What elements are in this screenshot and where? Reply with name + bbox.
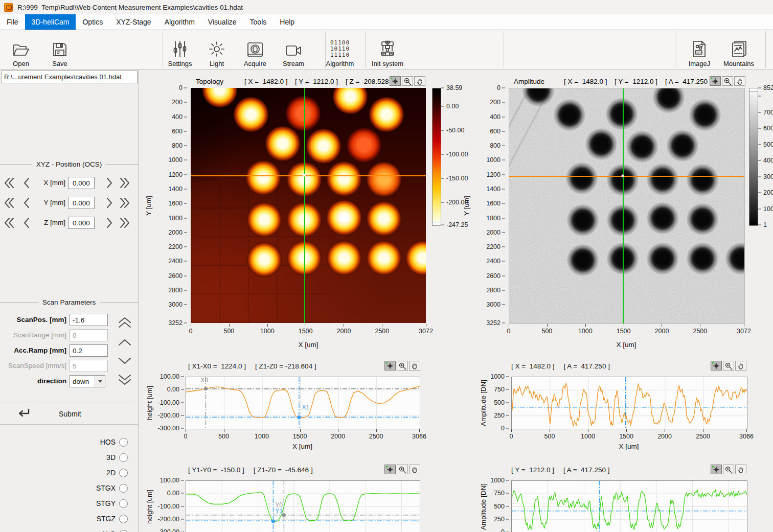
cursor-vertical-line[interactable] [304, 88, 305, 323]
radio-circle-icon[interactable] [119, 499, 128, 508]
zoom-tool-button[interactable] [397, 465, 408, 474]
save-button[interactable]: Save [44, 32, 76, 67]
x-step-far-left-button[interactable] [2, 176, 16, 190]
profile4-plot[interactable] [511, 480, 747, 532]
init-system-button[interactable]: Init system [368, 32, 407, 67]
y-position-input[interactable]: 0.000 [68, 197, 95, 209]
radio-circle-icon[interactable] [119, 438, 128, 447]
mountains-button[interactable]: Mountains [719, 32, 759, 67]
zoom-tool-button[interactable] [723, 361, 734, 371]
x-position-input[interactable]: 0.000 [68, 177, 95, 189]
toolbar: Open Save Settings Light Acquire [0, 30, 773, 70]
radio-3d[interactable]: 3D [0, 452, 128, 463]
scanrange-input[interactable]: 0 [70, 329, 108, 341]
menu-optics[interactable]: Optics [76, 14, 109, 30]
stream-button[interactable]: Stream [278, 32, 309, 67]
chevron-down-icon[interactable] [95, 376, 105, 387]
pan-tool-button[interactable] [735, 361, 746, 371]
pan-tool-button[interactable] [409, 465, 420, 474]
menu-tools[interactable]: Tools [243, 14, 274, 30]
profile2-plot[interactable] [511, 377, 747, 429]
zoom-tool-button[interactable] [722, 76, 733, 86]
open-button[interactable]: Open [5, 32, 37, 67]
pan-tool-button[interactable] [409, 361, 420, 371]
menu-visualize[interactable]: Visualize [201, 14, 243, 30]
y-step-far-left-button[interactable] [2, 196, 16, 210]
pan-tool-button[interactable] [735, 465, 746, 474]
toolbar-separator [163, 31, 163, 68]
menu-file[interactable]: File [0, 14, 25, 30]
submit-button[interactable]: Submit [0, 404, 138, 424]
x-step-far-right-button[interactable] [118, 176, 132, 190]
topology-image[interactable] [191, 88, 426, 323]
x-step-right-button[interactable] [102, 176, 117, 190]
radio-stgy[interactable]: STGY [0, 498, 128, 509]
topology-y-axis: 0200400600800100012001400160018002000220… [151, 88, 187, 323]
scanpos-input[interactable]: -1.6 [70, 314, 108, 326]
profile3-y-axis: 100.000.00-100.00-200.00-300.00 [153, 480, 184, 532]
crosshair-tool-button[interactable] [711, 361, 722, 371]
direction-label: direction [0, 377, 66, 385]
menu-algorithm[interactable]: Algorithm [158, 14, 201, 30]
y-step-left-button[interactable] [19, 196, 34, 210]
accramp-input[interactable]: 0.2 [70, 344, 108, 357]
cursor-horizontal-line[interactable] [191, 175, 426, 176]
radio-circle-icon[interactable] [119, 515, 128, 523]
pan-tool-button[interactable] [734, 76, 745, 86]
crosshair-tool-button[interactable] [711, 465, 722, 474]
path-display-field[interactable]: R:\...urement Examples\cavities 01.hdat [2, 71, 138, 83]
radio-stgz[interactable]: STGZ [0, 513, 128, 524]
profile1-plot[interactable]: X0X1 [186, 377, 420, 429]
z-step-right-button[interactable] [102, 216, 117, 230]
topology-x-readout: [ X = 1482.0 ] [244, 78, 287, 85]
scan-step-down-button[interactable] [116, 354, 134, 368]
z-step-left-button[interactable] [19, 216, 34, 230]
scan-step-top-button[interactable] [116, 316, 134, 330]
imagej-button[interactable]: TIFF ImageJ [684, 32, 715, 67]
z-step-far-right-button[interactable] [118, 216, 132, 230]
amplitude-title: Amplitude [514, 78, 544, 85]
window-title: R:\999_Temp\Rudi\Web Content Measurement… [17, 4, 243, 11]
scan-step-bottom-button[interactable] [116, 372, 134, 386]
zoom-tool-button[interactable] [402, 76, 413, 86]
z-step-far-left-button[interactable] [2, 216, 16, 230]
settings-button[interactable]: Settings [164, 32, 196, 67]
zoom-tool-button[interactable] [397, 361, 408, 371]
radio-circle-icon[interactable] [119, 484, 128, 493]
crosshair-tool-button[interactable] [384, 465, 396, 474]
light-button[interactable]: Light [201, 32, 232, 67]
menu-help[interactable]: Help [273, 14, 301, 30]
y-step-far-right-button[interactable] [118, 196, 132, 210]
radio-circle-icon[interactable] [119, 530, 128, 532]
crosshair-tool-button[interactable] [384, 361, 396, 371]
x-step-left-button[interactable] [19, 176, 34, 190]
radio-hos[interactable]: HOS [0, 436, 128, 448]
cursor-horizontal-line[interactable] [509, 176, 744, 177]
radio-2d[interactable]: 2D [0, 467, 128, 478]
profile3-plot[interactable]: Y0Y1 [186, 480, 420, 532]
radio-circle-icon[interactable] [119, 453, 128, 462]
zoom-tool-button[interactable] [723, 465, 734, 474]
cursor-vertical-line[interactable] [623, 88, 624, 323]
direction-select[interactable]: down [70, 375, 105, 387]
y-step-right-button[interactable] [102, 196, 117, 210]
radio-circle-icon[interactable] [119, 469, 128, 477]
profile3-tools [384, 465, 420, 474]
radio-alg[interactable]: ALG [0, 528, 128, 532]
z-position-input[interactable]: 0.000 [68, 217, 95, 229]
acquire-button[interactable]: Acquire [238, 32, 272, 67]
crosshair-tool-button[interactable] [390, 76, 401, 86]
topology-y-axis-label: Y [um] [145, 180, 152, 232]
algorithm-button[interactable]: 01100 10110 11110 Algorithm [321, 32, 359, 67]
mountains-chart-icon [730, 40, 747, 58]
scanspeed-input[interactable]: 5 [70, 360, 108, 372]
radio-stgx[interactable]: STGX [0, 482, 128, 494]
pan-tool-button[interactable] [414, 76, 425, 86]
crosshair-tool-button[interactable] [710, 76, 721, 86]
menu-3d-helicam[interactable]: 3D-heliCam [25, 14, 76, 30]
amplitude-image[interactable] [509, 88, 745, 324]
scan-step-up-button[interactable] [116, 335, 134, 350]
cavity-dot [689, 99, 721, 131]
profile2-x-axis: 050010001500200025003066 [511, 429, 746, 442]
menu-xyz-stage[interactable]: XYZ-Stage [109, 14, 157, 30]
